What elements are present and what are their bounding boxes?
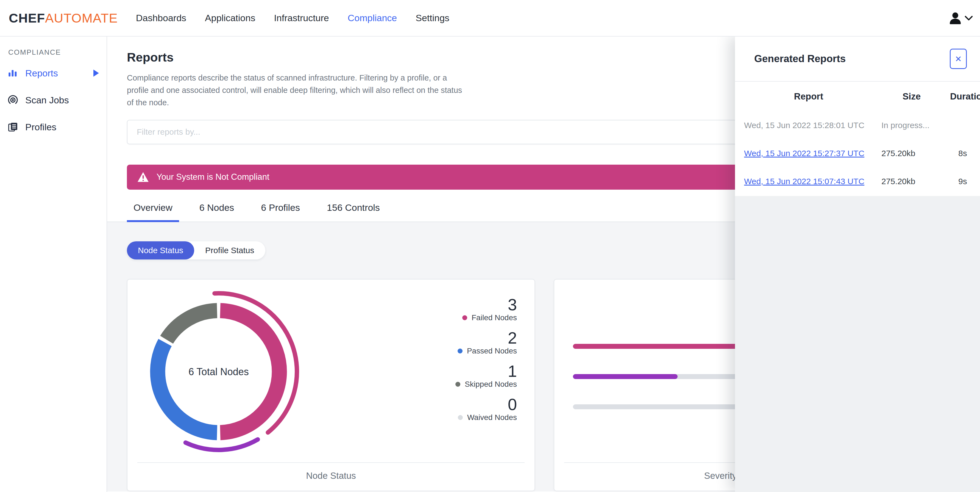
passed-dot-icon [458,348,463,353]
sidebar-item-scan-jobs[interactable]: Scan Jobs [8,89,107,110]
node-status-donut-chart[interactable]: 6 Total Nodes [136,289,301,454]
donut-outer-critical-arc [186,439,258,450]
logo-chef: CHEF [9,11,45,25]
report-duration: 8s [950,149,973,158]
waived-label: Waived Nodes [467,413,517,422]
report-duration: 9s [950,177,973,186]
col-duration: Duration [950,91,980,102]
sidebar-item-label: Profiles [25,122,56,133]
skipped-dot-icon [455,382,460,387]
report-timestamp: Wed, 15 Jun 2022 15:28:01 UTC [744,121,873,130]
failed-label: Failed Nodes [472,313,517,322]
col-size: Size [873,91,950,102]
sidebar-section-label: COMPLIANCE [8,48,107,57]
card-divider [137,462,525,463]
profiles-documents-icon [8,122,18,132]
report-size: 275.20kb [873,149,950,158]
node-status-card: 6 Total Nodes 3 Failed Nodes 2 [127,279,535,491]
sidebar-item-reports[interactable]: Reports [8,63,107,83]
passed-count: 2 [508,329,517,347]
legend-waived: 0 Waived Nodes [455,396,517,422]
page-description: Compliance reports describe the status o… [127,72,468,109]
waived-count: 0 [508,396,517,413]
nav-infrastructure[interactable]: Infrastructure [274,13,329,23]
nav-settings[interactable]: Settings [415,13,449,23]
chef-automate-logo[interactable]: CHEFAUTOMATE [9,10,118,26]
tab-controls[interactable]: 156 Controls [320,202,387,222]
failed-dot-icon [462,315,467,320]
user-menu[interactable] [949,11,973,25]
bar-chart-icon [8,68,18,78]
report-size: In progress... [873,121,950,130]
logo-automate: AUTOMATE [45,11,118,25]
primary-nav: Dashboards Applications Infrastructure C… [136,13,449,23]
toggle-node-status[interactable]: Node Status [127,241,194,259]
user-profile-icon[interactable] [949,11,962,25]
nav-dashboards[interactable]: Dashboards [136,13,186,23]
table-row: Wed, 15 Jun 2022 15:28:01 UTC In progres… [744,111,973,139]
nav-compliance[interactable]: Compliance [348,13,397,23]
top-navigation: CHEFAUTOMATE Dashboards Applications Inf… [0,0,980,37]
close-icon: ✕ [955,54,962,64]
generated-reports-table: Report Size Duration Wed, 15 Jun 2022 15… [735,81,980,195]
skipped-label: Skipped Nodes [465,380,517,389]
panel-header: Generated Reports ✕ [735,37,980,81]
report-size: 275.20kb [873,177,950,186]
panel-title: Generated Reports [754,53,846,65]
table-header-row: Report Size Duration [744,81,973,111]
status-toggle: Node Status Profile Status [127,241,265,259]
sidebar-item-label: Reports [25,68,58,78]
tab-profiles[interactable]: 6 Profiles [255,202,307,222]
sidebar-item-profiles[interactable]: Profiles [8,117,107,137]
toggle-profile-status[interactable]: Profile Status [194,241,265,259]
failed-count: 3 [508,296,517,313]
alert-text: Your System is Not Compliant [157,172,269,182]
col-report: Report [744,91,873,102]
donut-passed-segment [158,342,217,433]
sidebar-item-label: Scan Jobs [25,95,69,105]
table-row: Wed, 15 Jun 2022 15:27:37 UTC 275.20kb 8… [744,139,973,168]
report-download-link[interactable]: Wed, 15 Jun 2022 15:07:43 UTC [744,177,873,186]
nav-applications[interactable]: Applications [205,13,255,23]
tab-overview[interactable]: Overview [127,202,179,222]
severity-bar-major [573,374,678,379]
close-panel-button[interactable]: ✕ [950,49,967,69]
node-status-legend: 3 Failed Nodes 2 Passed Nodes [455,296,517,422]
report-tabs: Overview 6 Nodes 6 Profiles 156 Controls [127,202,387,222]
tab-nodes[interactable]: 6 Nodes [193,202,241,222]
chevron-right-icon [93,70,99,77]
warning-triangle-icon [137,172,149,182]
table-row: Wed, 15 Jun 2022 15:07:43 UTC 275.20kb 9… [744,168,973,195]
donut-center-label: 6 Total Nodes [188,366,248,377]
legend-failed: 3 Failed Nodes [455,296,517,322]
donut-skipped-segment [167,311,217,340]
legend-passed: 2 Passed Nodes [455,329,517,355]
scan-target-icon [8,95,18,105]
skipped-count: 1 [508,363,517,380]
legend-skipped: 1 Skipped Nodes [455,363,517,389]
passed-label: Passed Nodes [467,347,517,355]
report-download-link[interactable]: Wed, 15 Jun 2022 15:27:37 UTC [744,149,873,158]
generated-reports-panel: Generated Reports ✕ Report Size Duration… [735,37,980,492]
chevron-down-icon[interactable] [965,15,973,21]
waived-dot-icon [458,415,463,420]
compliance-sidebar: COMPLIANCE Reports Scan Jobs Profiles [0,37,107,492]
node-status-caption: Node Status [127,471,535,481]
